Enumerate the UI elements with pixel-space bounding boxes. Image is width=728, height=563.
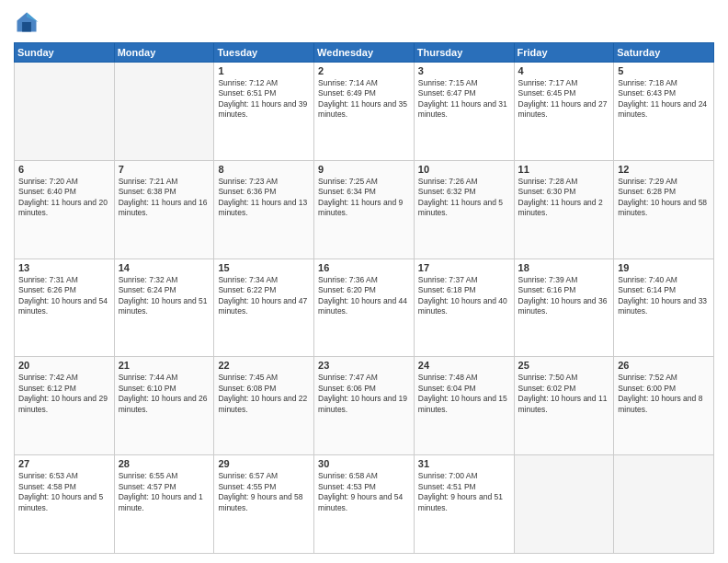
calendar-cell: 8Sunrise: 7:23 AM Sunset: 6:36 PM Daylig… <box>214 160 314 259</box>
day-info: Sunrise: 7:40 AM Sunset: 6:14 PM Dayligh… <box>618 275 710 317</box>
header <box>14 9 714 35</box>
day-number: 24 <box>418 360 510 371</box>
calendar-cell <box>614 455 714 554</box>
calendar-cell: 6Sunrise: 7:20 AM Sunset: 6:40 PM Daylig… <box>15 160 115 259</box>
calendar-body: 1Sunrise: 7:12 AM Sunset: 6:51 PM Daylig… <box>15 63 714 554</box>
weekday-header-cell: Saturday <box>614 43 714 63</box>
day-number: 21 <box>119 360 210 371</box>
day-number: 5 <box>618 65 710 76</box>
day-number: 1 <box>218 65 310 76</box>
day-info: Sunrise: 7:32 AM Sunset: 6:24 PM Dayligh… <box>119 275 210 317</box>
svg-rect-2 <box>22 22 31 32</box>
page: SundayMondayTuesdayWednesdayThursdayFrid… <box>0 0 728 563</box>
day-info: Sunrise: 7:39 AM Sunset: 6:16 PM Dayligh… <box>518 275 610 317</box>
day-number: 16 <box>318 262 410 273</box>
calendar-cell: 23Sunrise: 7:47 AM Sunset: 6:06 PM Dayli… <box>314 357 415 455</box>
day-info: Sunrise: 7:44 AM Sunset: 6:10 PM Dayligh… <box>119 373 210 415</box>
calendar-week-row: 6Sunrise: 7:20 AM Sunset: 6:40 PM Daylig… <box>15 160 714 259</box>
day-number: 29 <box>218 458 310 469</box>
calendar-cell: 16Sunrise: 7:36 AM Sunset: 6:20 PM Dayli… <box>314 259 415 357</box>
calendar-cell: 2Sunrise: 7:14 AM Sunset: 6:49 PM Daylig… <box>314 63 415 161</box>
day-info: Sunrise: 7:15 AM Sunset: 6:47 PM Dayligh… <box>418 78 510 121</box>
day-info: Sunrise: 7:31 AM Sunset: 6:26 PM Dayligh… <box>18 275 110 317</box>
calendar-cell: 18Sunrise: 7:39 AM Sunset: 6:16 PM Dayli… <box>514 259 614 357</box>
day-number: 2 <box>318 65 410 76</box>
calendar-cell: 26Sunrise: 7:52 AM Sunset: 6:00 PM Dayli… <box>614 357 714 455</box>
weekday-header-cell: Friday <box>514 43 614 63</box>
weekday-header-row: SundayMondayTuesdayWednesdayThursdayFrid… <box>15 43 714 63</box>
calendar-cell: 12Sunrise: 7:29 AM Sunset: 6:28 PM Dayli… <box>614 160 714 259</box>
day-info: Sunrise: 7:48 AM Sunset: 6:04 PM Dayligh… <box>418 373 510 415</box>
calendar-cell: 27Sunrise: 6:53 AM Sunset: 4:58 PM Dayli… <box>15 455 115 554</box>
day-info: Sunrise: 7:28 AM Sunset: 6:30 PM Dayligh… <box>518 177 610 219</box>
calendar-cell: 11Sunrise: 7:28 AM Sunset: 6:30 PM Dayli… <box>514 160 614 259</box>
day-info: Sunrise: 7:37 AM Sunset: 6:18 PM Dayligh… <box>418 275 510 317</box>
day-info: Sunrise: 6:55 AM Sunset: 4:57 PM Dayligh… <box>119 471 210 513</box>
calendar-cell: 17Sunrise: 7:37 AM Sunset: 6:18 PM Dayli… <box>414 259 514 357</box>
calendar-cell: 20Sunrise: 7:42 AM Sunset: 6:12 PM Dayli… <box>15 357 115 455</box>
day-info: Sunrise: 7:26 AM Sunset: 6:32 PM Dayligh… <box>418 177 510 219</box>
weekday-header-cell: Monday <box>114 43 214 63</box>
calendar-week-row: 1Sunrise: 7:12 AM Sunset: 6:51 PM Daylig… <box>15 63 714 161</box>
day-number: 14 <box>119 262 210 273</box>
day-number: 3 <box>418 65 510 76</box>
day-info: Sunrise: 7:25 AM Sunset: 6:34 PM Dayligh… <box>318 177 410 219</box>
calendar-cell: 21Sunrise: 7:44 AM Sunset: 6:10 PM Dayli… <box>114 357 214 455</box>
day-info: Sunrise: 7:45 AM Sunset: 6:08 PM Dayligh… <box>218 373 310 415</box>
calendar-cell: 28Sunrise: 6:55 AM Sunset: 4:57 PM Dayli… <box>114 455 214 554</box>
day-number: 8 <box>218 164 310 175</box>
day-number: 28 <box>119 458 210 469</box>
calendar-cell: 10Sunrise: 7:26 AM Sunset: 6:32 PM Dayli… <box>414 160 514 259</box>
day-info: Sunrise: 7:17 AM Sunset: 6:45 PM Dayligh… <box>518 78 610 121</box>
day-info: Sunrise: 6:53 AM Sunset: 4:58 PM Dayligh… <box>18 471 110 513</box>
day-number: 17 <box>418 262 510 273</box>
calendar-cell: 14Sunrise: 7:32 AM Sunset: 6:24 PM Dayli… <box>114 259 214 357</box>
calendar-cell: 3Sunrise: 7:15 AM Sunset: 6:47 PM Daylig… <box>414 63 514 161</box>
calendar-cell: 9Sunrise: 7:25 AM Sunset: 6:34 PM Daylig… <box>314 160 415 259</box>
day-number: 23 <box>318 360 410 371</box>
day-info: Sunrise: 6:57 AM Sunset: 4:55 PM Dayligh… <box>218 471 310 513</box>
calendar-week-row: 13Sunrise: 7:31 AM Sunset: 6:26 PM Dayli… <box>15 259 714 357</box>
calendar-table: SundayMondayTuesdayWednesdayThursdayFrid… <box>14 42 714 554</box>
day-number: 19 <box>618 262 710 273</box>
logo <box>14 9 43 35</box>
day-info: Sunrise: 7:29 AM Sunset: 6:28 PM Dayligh… <box>618 177 710 219</box>
calendar-week-row: 20Sunrise: 7:42 AM Sunset: 6:12 PM Dayli… <box>15 357 714 455</box>
day-info: Sunrise: 6:58 AM Sunset: 4:53 PM Dayligh… <box>318 471 410 513</box>
day-number: 30 <box>318 458 410 469</box>
weekday-header-cell: Sunday <box>15 43 115 63</box>
calendar-cell <box>114 63 214 161</box>
day-info: Sunrise: 7:50 AM Sunset: 6:02 PM Dayligh… <box>518 373 610 415</box>
day-number: 13 <box>18 262 110 273</box>
day-number: 20 <box>18 360 110 371</box>
calendar-cell: 30Sunrise: 6:58 AM Sunset: 4:53 PM Dayli… <box>314 455 415 554</box>
day-number: 11 <box>518 164 610 175</box>
day-info: Sunrise: 7:00 AM Sunset: 4:51 PM Dayligh… <box>418 471 510 513</box>
day-number: 4 <box>518 65 610 76</box>
calendar-cell <box>15 63 115 161</box>
logo-icon <box>14 9 40 35</box>
calendar-cell: 4Sunrise: 7:17 AM Sunset: 6:45 PM Daylig… <box>514 63 614 161</box>
calendar-cell: 5Sunrise: 7:18 AM Sunset: 6:43 PM Daylig… <box>614 63 714 161</box>
day-number: 26 <box>618 360 710 371</box>
day-info: Sunrise: 7:42 AM Sunset: 6:12 PM Dayligh… <box>18 373 110 415</box>
day-number: 6 <box>18 164 110 175</box>
calendar-cell: 22Sunrise: 7:45 AM Sunset: 6:08 PM Dayli… <box>214 357 314 455</box>
day-number: 7 <box>119 164 210 175</box>
day-info: Sunrise: 7:18 AM Sunset: 6:43 PM Dayligh… <box>618 78 710 121</box>
calendar-cell: 25Sunrise: 7:50 AM Sunset: 6:02 PM Dayli… <box>514 357 614 455</box>
day-number: 18 <box>518 262 610 273</box>
calendar-week-row: 27Sunrise: 6:53 AM Sunset: 4:58 PM Dayli… <box>15 455 714 554</box>
calendar-cell: 29Sunrise: 6:57 AM Sunset: 4:55 PM Dayli… <box>214 455 314 554</box>
day-info: Sunrise: 7:14 AM Sunset: 6:49 PM Dayligh… <box>318 78 410 121</box>
weekday-header-cell: Thursday <box>414 43 514 63</box>
calendar-cell: 19Sunrise: 7:40 AM Sunset: 6:14 PM Dayli… <box>614 259 714 357</box>
day-info: Sunrise: 7:12 AM Sunset: 6:51 PM Dayligh… <box>218 78 310 121</box>
day-number: 31 <box>418 458 510 469</box>
day-number: 27 <box>18 458 110 469</box>
day-info: Sunrise: 7:20 AM Sunset: 6:40 PM Dayligh… <box>18 177 110 219</box>
day-info: Sunrise: 7:21 AM Sunset: 6:38 PM Dayligh… <box>119 177 210 219</box>
day-number: 22 <box>218 360 310 371</box>
calendar-cell <box>514 455 614 554</box>
day-info: Sunrise: 7:52 AM Sunset: 6:00 PM Dayligh… <box>618 373 710 415</box>
